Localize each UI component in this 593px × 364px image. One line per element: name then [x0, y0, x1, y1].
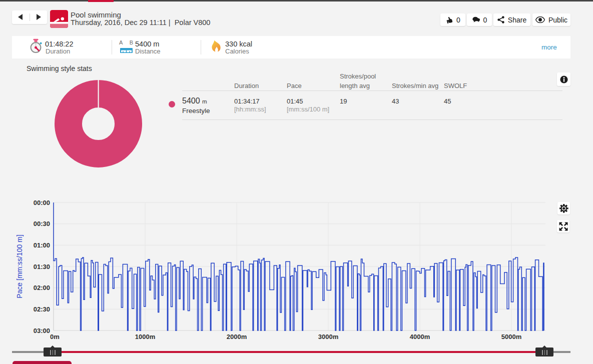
svg-text:01:30: 01:30 [34, 263, 50, 270]
svg-text:3000m: 3000m [318, 333, 338, 340]
svg-text:1000m: 1000m [135, 333, 155, 340]
svg-text:2000m: 2000m [227, 333, 247, 340]
svg-text:5000m: 5000m [501, 333, 521, 340]
svg-text:4000m: 4000m [410, 333, 430, 340]
svg-text:01:00: 01:00 [34, 242, 50, 249]
svg-text:0m: 0m [50, 333, 60, 340]
svg-text:03:00: 03:00 [34, 327, 50, 334]
svg-text:00:30: 00:30 [34, 220, 50, 228]
svg-text:00:00: 00:00 [34, 199, 50, 206]
svg-text:02:30: 02:30 [34, 306, 50, 313]
svg-text:02:00: 02:00 [34, 284, 50, 292]
svg-text:Pace [mm:ss/100 m]: Pace [mm:ss/100 m] [16, 234, 24, 298]
